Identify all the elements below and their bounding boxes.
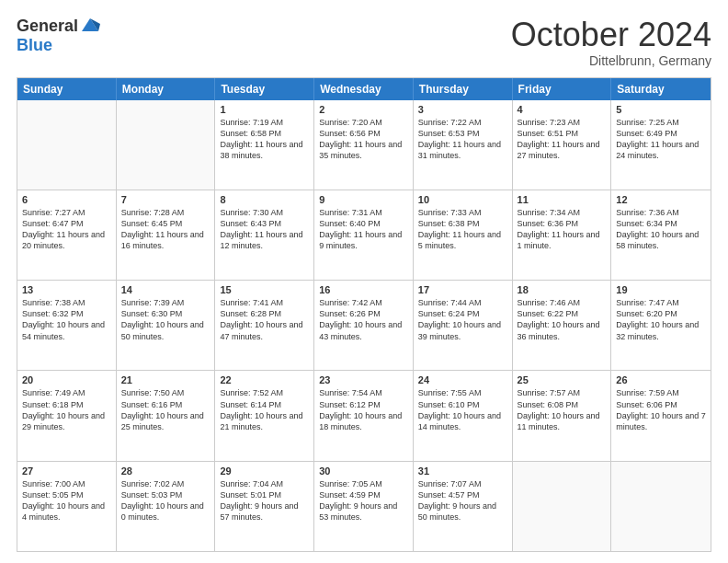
weekday-header: Saturday (611, 78, 711, 100)
calendar-cell: 4Sunrise: 7:23 AM Sunset: 6:51 PM Daylig… (513, 100, 612, 190)
day-number: 12 (616, 194, 706, 205)
day-info: Sunrise: 7:05 AM Sunset: 4:59 PM Dayligh… (319, 478, 408, 523)
day-info: Sunrise: 7:39 AM Sunset: 6:30 PM Dayligh… (121, 297, 210, 342)
calendar-row: 20Sunrise: 7:49 AM Sunset: 6:18 PM Dayli… (17, 370, 711, 460)
day-number: 30 (319, 465, 408, 477)
day-number: 20 (22, 374, 111, 385)
day-info: Sunrise: 7:31 AM Sunset: 6:40 PM Dayligh… (319, 207, 408, 252)
calendar-cell: 3Sunrise: 7:22 AM Sunset: 6:53 PM Daylig… (414, 100, 513, 190)
calendar-body: 1Sunrise: 7:19 AM Sunset: 6:58 PM Daylig… (17, 100, 711, 551)
day-info: Sunrise: 7:02 AM Sunset: 5:03 PM Dayligh… (121, 478, 210, 523)
day-info: Sunrise: 7:57 AM Sunset: 6:08 PM Dayligh… (518, 387, 607, 432)
calendar-cell: 23Sunrise: 7:54 AM Sunset: 6:12 PM Dayli… (314, 371, 414, 460)
logo-general: General (17, 17, 78, 36)
weekday-header: Thursday (414, 78, 513, 100)
day-info: Sunrise: 7:28 AM Sunset: 6:45 PM Dayligh… (121, 207, 210, 252)
day-number: 23 (319, 374, 408, 385)
day-number: 14 (121, 284, 210, 295)
day-number: 26 (616, 374, 706, 385)
calendar-cell: 31Sunrise: 7:07 AM Sunset: 4:57 PM Dayli… (414, 462, 513, 551)
day-info: Sunrise: 7:44 AM Sunset: 6:24 PM Dayligh… (418, 297, 507, 342)
day-info: Sunrise: 7:25 AM Sunset: 6:49 PM Dayligh… (616, 117, 706, 162)
calendar-cell: 26Sunrise: 7:59 AM Sunset: 6:06 PM Dayli… (611, 371, 711, 460)
location: Dittelbrunn, Germany (511, 53, 711, 68)
day-number: 11 (518, 194, 607, 205)
day-info: Sunrise: 7:00 AM Sunset: 5:05 PM Dayligh… (22, 478, 111, 523)
day-number: 1 (220, 104, 309, 115)
day-number: 2 (319, 104, 408, 115)
day-info: Sunrise: 7:04 AM Sunset: 5:01 PM Dayligh… (220, 478, 309, 523)
month-title: October 2024 (511, 17, 711, 53)
day-number: 3 (418, 104, 507, 115)
day-info: Sunrise: 7:33 AM Sunset: 6:38 PM Dayligh… (418, 207, 507, 252)
day-info: Sunrise: 7:38 AM Sunset: 6:32 PM Dayligh… (22, 297, 111, 342)
day-number: 10 (418, 194, 507, 205)
calendar-cell: 1Sunrise: 7:19 AM Sunset: 6:58 PM Daylig… (215, 100, 314, 190)
weekday-header: Sunday (17, 78, 117, 100)
calendar: SundayMondayTuesdayWednesdayThursdayFrid… (17, 77, 711, 552)
day-number: 22 (220, 374, 309, 385)
day-number: 19 (616, 284, 706, 295)
calendar-cell: 15Sunrise: 7:41 AM Sunset: 6:28 PM Dayli… (215, 281, 314, 370)
calendar-cell: 13Sunrise: 7:38 AM Sunset: 6:32 PM Dayli… (17, 281, 117, 370)
day-number: 25 (518, 374, 607, 385)
weekday-header: Monday (117, 78, 216, 100)
day-info: Sunrise: 7:19 AM Sunset: 6:58 PM Dayligh… (220, 117, 309, 162)
calendar-row: 6Sunrise: 7:27 AM Sunset: 6:47 PM Daylig… (17, 190, 711, 280)
day-info: Sunrise: 7:36 AM Sunset: 6:34 PM Dayligh… (616, 207, 706, 252)
day-info: Sunrise: 7:23 AM Sunset: 6:51 PM Dayligh… (518, 117, 607, 162)
day-info: Sunrise: 7:34 AM Sunset: 6:36 PM Dayligh… (518, 207, 607, 252)
day-number: 7 (121, 194, 210, 205)
calendar-cell: 10Sunrise: 7:33 AM Sunset: 6:38 PM Dayli… (414, 190, 513, 280)
day-number: 29 (220, 465, 309, 477)
day-number: 27 (22, 465, 111, 477)
day-info: Sunrise: 7:47 AM Sunset: 6:20 PM Dayligh… (616, 297, 706, 342)
day-number: 31 (418, 465, 507, 477)
logo-icon (80, 15, 100, 35)
day-info: Sunrise: 7:54 AM Sunset: 6:12 PM Dayligh… (319, 387, 408, 432)
header: General Blue October 2024 Dittelbrunn, G… (17, 17, 711, 68)
calendar-cell: 17Sunrise: 7:44 AM Sunset: 6:24 PM Dayli… (414, 281, 513, 370)
calendar-row: 1Sunrise: 7:19 AM Sunset: 6:58 PM Daylig… (17, 100, 711, 190)
calendar-cell: 24Sunrise: 7:55 AM Sunset: 6:10 PM Dayli… (414, 371, 513, 460)
calendar-cell: 12Sunrise: 7:36 AM Sunset: 6:34 PM Dayli… (611, 190, 711, 280)
calendar-cell (513, 462, 612, 551)
day-info: Sunrise: 7:27 AM Sunset: 6:47 PM Dayligh… (22, 207, 111, 252)
calendar-cell: 16Sunrise: 7:42 AM Sunset: 6:26 PM Dayli… (314, 281, 414, 370)
weekday-header: Tuesday (215, 78, 314, 100)
calendar-cell: 18Sunrise: 7:46 AM Sunset: 6:22 PM Dayli… (513, 281, 612, 370)
calendar-row: 13Sunrise: 7:38 AM Sunset: 6:32 PM Dayli… (17, 280, 711, 370)
weekday-header: Wednesday (314, 78, 414, 100)
calendar-cell: 7Sunrise: 7:28 AM Sunset: 6:45 PM Daylig… (117, 190, 216, 280)
calendar-cell: 2Sunrise: 7:20 AM Sunset: 6:56 PM Daylig… (314, 100, 414, 190)
day-number: 21 (121, 374, 210, 385)
calendar-cell: 28Sunrise: 7:02 AM Sunset: 5:03 PM Dayli… (117, 462, 216, 551)
calendar-cell (611, 462, 711, 551)
calendar-cell: 20Sunrise: 7:49 AM Sunset: 6:18 PM Dayli… (17, 371, 117, 460)
day-number: 24 (418, 374, 507, 385)
calendar-cell (17, 100, 117, 190)
day-number: 16 (319, 284, 408, 295)
logo-blue: Blue (17, 36, 52, 54)
calendar-cell: 19Sunrise: 7:47 AM Sunset: 6:20 PM Dayli… (611, 281, 711, 370)
calendar-cell: 6Sunrise: 7:27 AM Sunset: 6:47 PM Daylig… (17, 190, 117, 280)
day-number: 9 (319, 194, 408, 205)
calendar-cell: 29Sunrise: 7:04 AM Sunset: 5:01 PM Dayli… (215, 462, 314, 551)
day-info: Sunrise: 7:30 AM Sunset: 6:43 PM Dayligh… (220, 207, 309, 252)
day-number: 17 (418, 284, 507, 295)
day-info: Sunrise: 7:55 AM Sunset: 6:10 PM Dayligh… (418, 387, 507, 432)
calendar-cell: 21Sunrise: 7:50 AM Sunset: 6:16 PM Dayli… (117, 371, 216, 460)
calendar-row: 27Sunrise: 7:00 AM Sunset: 5:05 PM Dayli… (17, 461, 711, 551)
calendar-cell: 14Sunrise: 7:39 AM Sunset: 6:30 PM Dayli… (117, 281, 216, 370)
day-info: Sunrise: 7:46 AM Sunset: 6:22 PM Dayligh… (518, 297, 607, 342)
day-info: Sunrise: 7:07 AM Sunset: 4:57 PM Dayligh… (418, 478, 507, 523)
calendar-cell: 11Sunrise: 7:34 AM Sunset: 6:36 PM Dayli… (513, 190, 612, 280)
day-number: 4 (518, 104, 607, 115)
calendar-cell: 30Sunrise: 7:05 AM Sunset: 4:59 PM Dayli… (314, 462, 414, 551)
day-info: Sunrise: 7:20 AM Sunset: 6:56 PM Dayligh… (319, 117, 408, 162)
day-number: 5 (616, 104, 706, 115)
calendar-cell: 5Sunrise: 7:25 AM Sunset: 6:49 PM Daylig… (611, 100, 711, 190)
calendar-cell (117, 100, 216, 190)
calendar-cell: 25Sunrise: 7:57 AM Sunset: 6:08 PM Dayli… (513, 371, 612, 460)
calendar-cell: 8Sunrise: 7:30 AM Sunset: 6:43 PM Daylig… (215, 190, 314, 280)
